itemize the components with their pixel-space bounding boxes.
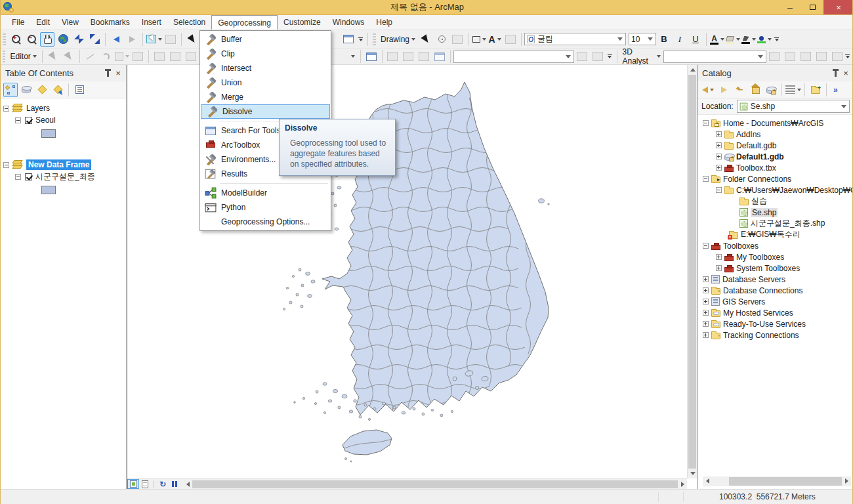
edit-annotation-icon[interactable]: [62, 49, 76, 64]
menu-item-buffer[interactable]: Buffer: [200, 32, 331, 47]
layer-visibility-checkbox[interactable]: [25, 173, 32, 180]
catalog-item-default1-gdb[interactable]: Default1.gdb: [701, 151, 853, 162]
cut-polygons-icon[interactable]: [152, 49, 167, 64]
expand-icon[interactable]: [716, 165, 722, 171]
pan-icon[interactable]: [40, 32, 54, 47]
map-horizontal-scrollbar[interactable]: [183, 480, 687, 489]
collapse-icon[interactable]: [15, 174, 21, 180]
toc-item-seoul[interactable]: Seoul: [3, 114, 126, 126]
menu-item-modelbuilder[interactable]: ModelBuilder: [200, 186, 331, 200]
toc-pin-icon[interactable]: [102, 68, 113, 79]
catalog-forward-icon[interactable]: [717, 83, 731, 97]
text-tool-icon[interactable]: A: [488, 32, 502, 47]
minimize-button[interactable]: –: [779, 0, 801, 14]
data-view-button[interactable]: [127, 479, 139, 489]
network-overflow-icon[interactable]: [608, 54, 612, 58]
menu-item-merge[interactable]: Merge: [200, 90, 331, 104]
menu-geoprocessing[interactable]: Geoprocessing: [211, 15, 278, 30]
clear-selection-icon[interactable]: [163, 32, 178, 47]
rotate-tool-icon[interactable]: [184, 49, 198, 64]
collapse-icon[interactable]: [703, 176, 709, 182]
layer-symbol-swatch[interactable]: [41, 186, 56, 194]
toolbar-drag-handle[interactable]: [3, 33, 6, 45]
od-cost-matrix-icon[interactable]: [417, 49, 431, 64]
collapse-icon[interactable]: [703, 243, 709, 249]
catalog-item-system-toolboxes[interactable]: System Toolboxes: [701, 262, 853, 274]
scroll-down-icon[interactable]: [688, 469, 697, 478]
menu-item-intersect[interactable]: Intersect: [200, 61, 331, 75]
drawing-select-elements-icon[interactable]: [419, 32, 433, 47]
drawing-toolbar-drag-handle[interactable]: [373, 33, 376, 45]
drawing-menu-button[interactable]: Drawing: [378, 35, 418, 44]
catalog-item-toolbox-tbx[interactable]: Toolbox.tbx: [701, 162, 853, 173]
toc-close-icon[interactable]: ×: [113, 68, 123, 79]
network-properties-icon[interactable]: [591, 49, 605, 64]
toolbar-overflow-icon[interactable]: [358, 37, 363, 41]
layout-view-button[interactable]: [139, 479, 151, 489]
fill-color-button[interactable]: [726, 32, 740, 47]
connect-folder-icon[interactable]: +: [808, 83, 823, 97]
expand-icon[interactable]: [703, 299, 709, 304]
select-network-location-icon[interactable]: [401, 49, 415, 64]
build-network-icon[interactable]: [575, 49, 589, 64]
collapse-icon[interactable]: [716, 187, 722, 193]
catalog-pin-icon[interactable]: [830, 68, 841, 79]
scroll-right-icon[interactable]: [842, 476, 851, 486]
area-volume-icon[interactable]: [783, 49, 797, 64]
html-popup-icon[interactable]: [341, 32, 356, 47]
go-home-icon[interactable]: [748, 83, 762, 97]
flight-path-icon[interactable]: [799, 49, 813, 64]
collapse-icon[interactable]: [3, 106, 9, 112]
toc-item-new-data-frame[interactable]: New Data Frame: [3, 159, 126, 171]
full-extent-icon[interactable]: [56, 32, 70, 47]
zoom-to-selected-icon[interactable]: [450, 32, 465, 47]
sketch-tool-icon[interactable]: [115, 49, 129, 64]
edit-vertices-icon[interactable]: [503, 32, 518, 47]
menu-windows[interactable]: Windows: [327, 15, 371, 30]
catalog-item-tracking-connections[interactable]: ◦ Tracking Connections: [701, 329, 853, 341]
catalog-item-ready-to-use[interactable]: Ready-To-Use Services: [701, 318, 853, 329]
steepest-path-icon[interactable]: [814, 49, 829, 64]
shape-tool-icon[interactable]: [472, 32, 486, 47]
interpolate-line-icon[interactable]: [767, 49, 781, 64]
menu-item-clip[interactable]: Clip: [200, 47, 331, 61]
menu-item-dissolve[interactable]: Dissolve: [201, 104, 330, 119]
menu-item-union[interactable]: Union: [200, 75, 331, 90]
contour-icon[interactable]: [830, 49, 844, 64]
catalog-item-silseup[interactable]: 실습: [701, 196, 853, 207]
select-features-icon[interactable]: [146, 32, 162, 47]
3d-overflow-icon[interactable]: [845, 54, 850, 58]
expand-icon[interactable]: [716, 265, 722, 271]
menu-view[interactable]: View: [56, 15, 85, 30]
go-back-icon[interactable]: [109, 32, 123, 47]
editor-toolbar-drag-handle[interactable]: [3, 51, 5, 62]
catalog-item-gis-servers[interactable]: GIS Servers: [701, 296, 853, 307]
collapse-icon[interactable]: [3, 162, 9, 168]
zoom-out-icon[interactable]: −: [24, 32, 39, 47]
list-by-source-icon[interactable]: [19, 83, 33, 97]
expand-icon[interactable]: [703, 287, 709, 293]
go-forward-icon[interactable]: [125, 32, 139, 47]
toc-options-icon[interactable]: [72, 83, 87, 97]
catalog-back-icon[interactable]: [701, 83, 715, 97]
endpoint-arc-icon[interactable]: [99, 49, 114, 64]
pause-drawing-icon[interactable]: [169, 479, 180, 489]
layer-symbol-swatch[interactable]: [41, 129, 56, 138]
list-by-drawing-order-icon[interactable]: [3, 83, 18, 97]
font-color-button[interactable]: A: [710, 32, 724, 47]
select-elements-icon[interactable]: [185, 32, 199, 47]
toc-item-layers[interactable]: Layers: [3, 102, 126, 114]
catalog-item-sigungu-shp[interactable]: 시군구설문_최종.shp: [701, 218, 853, 229]
edit-tool-icon[interactable]: [46, 49, 60, 64]
catalog-item-se-shp[interactable]: Se.shp: [701, 207, 853, 218]
up-one-level-icon[interactable]: ⬑: [732, 83, 747, 97]
network-dataset-combo[interactable]: [453, 51, 573, 63]
menu-edit[interactable]: Edit: [30, 15, 56, 30]
italic-button[interactable]: I: [673, 32, 687, 47]
font-name-combo[interactable]: O 굴림: [524, 33, 626, 45]
directions-window-icon[interactable]: [432, 49, 447, 64]
expand-icon[interactable]: [703, 321, 709, 327]
collapse-icon[interactable]: [15, 117, 21, 123]
drawing-overflow-icon[interactable]: [774, 37, 779, 41]
menu-file[interactable]: File: [6, 15, 30, 30]
